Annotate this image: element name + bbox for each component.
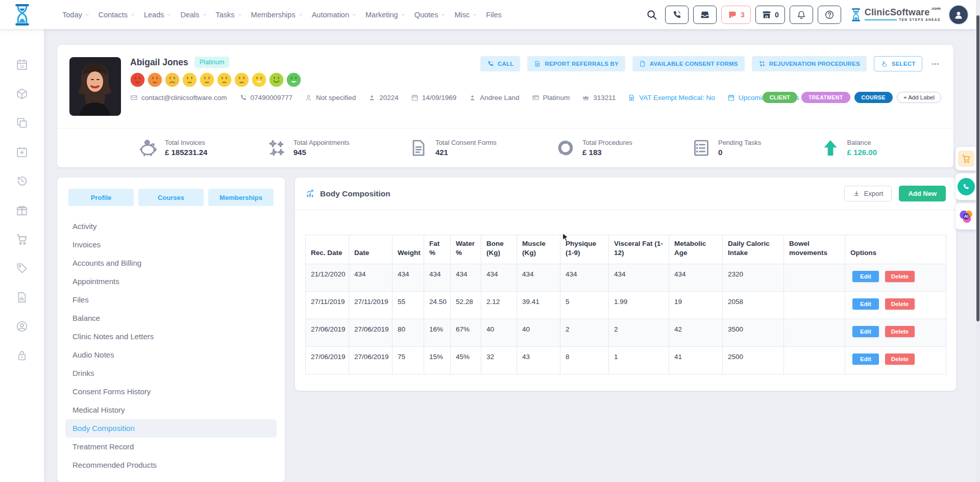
- rejuvenation-procedures-button[interactable]: REJUVENATION PROCEDURES: [752, 56, 867, 71]
- mood-face-6[interactable]: [217, 72, 232, 87]
- nav-item-today[interactable]: Today: [61, 9, 91, 21]
- nav-item-deals[interactable]: Deals: [179, 9, 208, 21]
- hand-select-icon: [881, 60, 888, 67]
- nav-item-label: Leads: [144, 11, 164, 19]
- nav-item-memberships[interactable]: Memberships: [250, 9, 304, 21]
- button-label: CALL: [498, 61, 513, 67]
- available-consent-forms-button[interactable]: AVAILABLE CONSENT FORMS: [632, 56, 745, 71]
- stat-value: 0: [718, 148, 761, 157]
- nav-item-misc[interactable]: Misc: [453, 9, 478, 21]
- menu-item-accounts-and-billing[interactable]: Accounts and Billing: [65, 254, 277, 272]
- bell-icon: [796, 10, 806, 20]
- call-widget[interactable]: [955, 173, 976, 200]
- sidebar-copy-icon[interactable]: [15, 116, 29, 130]
- cart-widget[interactable]: [955, 147, 976, 170]
- inbox-button[interactable]: [693, 6, 717, 24]
- table-cell: 434: [481, 264, 517, 292]
- sidebar-user-lock-icon[interactable]: [15, 320, 29, 333]
- edit-button[interactable]: Edit: [852, 326, 879, 337]
- delete-button[interactable]: Delete: [885, 353, 915, 365]
- edit-button[interactable]: Edit: [852, 271, 879, 282]
- sidebar-calendar-12-icon[interactable]: 12: [15, 58, 29, 71]
- menu-item-clinic-notes-and-letters[interactable]: Clinic Notes and Letters: [65, 327, 277, 346]
- delete-button[interactable]: Delete: [885, 271, 915, 282]
- user-avatar-button[interactable]: [948, 5, 969, 25]
- delete-button[interactable]: Delete: [885, 326, 915, 337]
- sidebar-cart-icon[interactable]: [15, 233, 29, 246]
- menu-item-appointments[interactable]: Appointments: [65, 272, 277, 291]
- tab-memberships[interactable]: Memberships: [208, 189, 274, 206]
- column-header-visceral-fat-1-12: Visceral Fat (1-12): [609, 235, 669, 264]
- nav-item-automation[interactable]: Automation: [311, 9, 358, 21]
- table-cell: 434: [349, 264, 393, 292]
- sidebar-tag-icon[interactable]: [15, 262, 29, 275]
- menu-item-invoices[interactable]: Invoices: [65, 236, 277, 254]
- menu-item-files[interactable]: Files: [65, 291, 277, 309]
- nav-item-leads[interactable]: Leads: [143, 9, 173, 21]
- more-options-button[interactable]: •••: [929, 61, 941, 67]
- edit-button[interactable]: Edit: [852, 353, 879, 365]
- contact-contact-clinicsoftware-com[interactable]: contact@clinicsoftware.com: [130, 94, 227, 102]
- user-icon: [953, 9, 964, 20]
- menu-item-medical-history[interactable]: Medical History: [65, 401, 277, 419]
- mood-face-5[interactable]: [200, 72, 214, 87]
- bell-button[interactable]: [790, 6, 813, 24]
- menu-item-body-composition[interactable]: Body Composition: [65, 419, 277, 438]
- export-button[interactable]: Export: [844, 186, 892, 201]
- menu-item-recommended-products[interactable]: Recommended Products: [65, 456, 277, 474]
- phone-button[interactable]: [665, 6, 689, 24]
- menu-item-consent-forms-history[interactable]: Consent Forms History: [65, 383, 277, 401]
- stat-text: Balance£ 126.00: [847, 139, 877, 157]
- add-label-button[interactable]: + Add Label: [897, 92, 941, 103]
- table-header-row: Rec. DateDateWeightFat %Water %Bone (Kg)…: [306, 235, 946, 264]
- nav-item-tasks[interactable]: Tasks: [215, 9, 243, 21]
- call-button[interactable]: CALL: [480, 56, 520, 71]
- table-cell: 2: [609, 319, 669, 347]
- mood-face-1[interactable]: [130, 72, 145, 87]
- mood-face-8[interactable]: [252, 72, 266, 87]
- chat-button[interactable]: 3: [721, 6, 751, 24]
- nav-item-contacts[interactable]: Contacts: [97, 9, 136, 21]
- menu-item-activity[interactable]: Activity: [65, 217, 277, 236]
- mood-face-2[interactable]: [148, 72, 162, 87]
- sidebar-report-icon[interactable]: [15, 291, 29, 304]
- menu-item-audio-notes[interactable]: Audio Notes: [65, 346, 277, 364]
- mood-face-7[interactable]: [234, 72, 249, 87]
- menu-item-treatment-record[interactable]: Treatment Record: [65, 438, 277, 456]
- edit-button[interactable]: Edit: [852, 298, 879, 310]
- contact-07490009777[interactable]: 07490009777: [239, 94, 293, 102]
- delete-button[interactable]: Delete: [885, 298, 915, 310]
- ai-widget[interactable]: AI: [955, 203, 976, 230]
- tab-courses[interactable]: Courses: [138, 189, 204, 206]
- menu-item-balance[interactable]: Balance: [65, 309, 277, 327]
- tab-profile[interactable]: Profile: [68, 189, 134, 206]
- contact-14-09-1969: 14/09/1969: [411, 94, 457, 102]
- help-button[interactable]: [818, 6, 841, 24]
- file-icon: [639, 60, 646, 67]
- nav-item-quotes[interactable]: Quotes: [413, 9, 447, 21]
- nav-item-marketing[interactable]: Marketing: [364, 9, 407, 21]
- nav-item-files[interactable]: Files: [485, 9, 503, 21]
- sidebar-calendar-import-icon[interactable]: [15, 145, 29, 159]
- mood-face-10[interactable]: [286, 72, 301, 87]
- report-referrals-by-button[interactable]: REPORT REFERRALS BY: [527, 56, 625, 71]
- sidebar-history-icon[interactable]: [15, 174, 29, 188]
- search-icon[interactable]: [646, 9, 657, 20]
- scrollbar-thumb[interactable]: [976, 15, 979, 321]
- table-cell: 39.41: [517, 292, 560, 319]
- menu-item-drinks[interactable]: Drinks: [65, 364, 277, 383]
- mood-face-9[interactable]: [269, 72, 284, 87]
- sidebar-cube-icon[interactable]: [15, 87, 29, 100]
- app-logo[interactable]: [0, 0, 44, 29]
- table-cell: [784, 264, 845, 292]
- download-icon: [853, 190, 860, 197]
- select-button[interactable]: SELECT: [874, 56, 923, 71]
- mood-face-4[interactable]: [182, 72, 197, 87]
- nav-item-label: Deals: [180, 11, 199, 19]
- sidebar-gift-icon[interactable]: [15, 204, 29, 217]
- inbox-icon: [700, 10, 710, 20]
- shop-button[interactable]: 0: [755, 6, 785, 24]
- sidebar-lock-icon[interactable]: [15, 349, 29, 362]
- mood-face-3[interactable]: [165, 72, 180, 87]
- add-new-button[interactable]: Add New: [899, 186, 946, 201]
